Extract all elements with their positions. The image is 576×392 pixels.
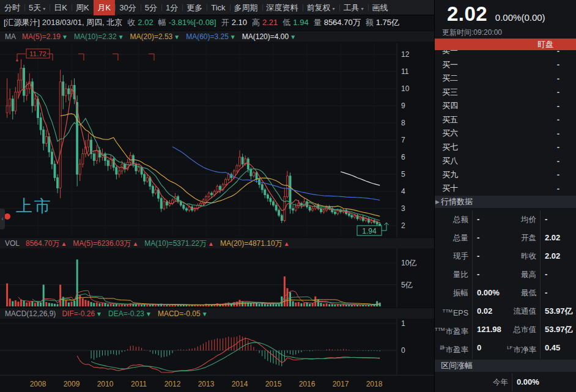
stats-label: 昨收	[506, 247, 541, 265]
order-row[interactable]: 买三-	[435, 86, 576, 100]
stats-row: TTMEPS0.02流通值53.97亿	[435, 302, 576, 320]
stats-label: 开盘	[506, 229, 541, 247]
stats-value: -	[541, 210, 576, 229]
order-book: 卖一-买一-买二-买三-买四-买五-买六-买七-买八-买九-买十-	[435, 44, 576, 196]
range-change-header[interactable]: 区间涨幅	[435, 360, 576, 372]
order-row[interactable]: 买一-	[435, 58, 576, 72]
svg-text:7: 7	[401, 136, 405, 144]
stats-label: LF市净率	[506, 339, 541, 359]
order-level-value: -	[557, 115, 559, 124]
stats-value: -	[473, 247, 506, 265]
svg-text:10: 10	[401, 84, 410, 93]
svg-text:8: 8	[401, 119, 405, 127]
svg-text:12: 12	[401, 50, 410, 59]
order-level-value: -	[557, 129, 559, 138]
indicator-value: DEA=-0.23	[108, 309, 144, 318]
order-level-value: -	[557, 184, 559, 193]
stats-label: 流通值	[506, 302, 541, 322]
stats-value: 53.97亿	[541, 302, 576, 322]
year-label: 2010	[97, 380, 114, 388]
arrow-down-icon: ▼	[96, 311, 102, 317]
stats-value: 0.00%	[473, 284, 506, 302]
stats-value: 2.02	[541, 247, 576, 265]
svg-text:1: 1	[401, 319, 405, 328]
range-row: 今年0.00%	[435, 373, 576, 391]
stats-label: 最高	[506, 265, 541, 284]
order-row[interactable]: 买五-	[435, 113, 576, 127]
order-row[interactable]: 买十-	[435, 182, 576, 196]
svg-text:4: 4	[401, 187, 405, 196]
year-label: 2013	[198, 380, 215, 388]
stats-label-sup: LF	[507, 345, 512, 350]
stats-label: 总额	[435, 210, 473, 229]
year-label: 2014	[232, 380, 248, 388]
order-level-label: 买五	[442, 114, 458, 125]
collapse-left-panel-handle[interactable]: ‹	[0, 209, 5, 229]
svg-text:5亿: 5亿	[401, 281, 413, 289]
arrow-down-icon: ▼	[202, 311, 208, 317]
svg-text:6: 6	[401, 153, 405, 161]
price-row: 2.02 0.00%(0.00)	[435, 0, 576, 26]
stats-value: -	[473, 265, 506, 284]
order-level-value: -	[557, 74, 559, 83]
order-level-value: -	[557, 142, 559, 152]
range-value: 0.00%	[512, 373, 576, 391]
indicator-value: MACD=-0.05	[158, 309, 201, 318]
x-axis-years: 2008200920102011201220132014201520162017…	[0, 375, 434, 392]
order-row[interactable]: 买二-	[435, 72, 576, 86]
stats-row: 现手-昨收2.02	[435, 247, 576, 265]
stats-value: -	[473, 229, 506, 247]
order-level-label: 买十	[442, 183, 458, 194]
svg-text:10亿: 10亿	[401, 259, 416, 267]
order-row[interactable]: 买六-	[435, 127, 576, 141]
stock-chart-app: 分时5天▾日K周K月K30分5分1分更多Tick多周期深度资料前复权▾工具▾画线…	[0, 0, 576, 392]
svg-text:5: 5	[401, 170, 405, 179]
order-row[interactable]: 买八-	[435, 154, 576, 168]
stats-label: 静市盈率	[435, 339, 473, 359]
update-time: 更新时间:09:20:00	[435, 28, 576, 38]
indicator-name: VOL	[5, 239, 20, 248]
order-row[interactable]: 买九-	[435, 168, 576, 182]
chart-canvas[interactable]: 1211109876543210亿5亿1011.72上市1.94	[0, 0, 434, 392]
indicator-name: MACD(12,26,9)	[5, 309, 56, 318]
year-label: 2011	[131, 380, 147, 388]
year-label: 2018	[366, 380, 383, 388]
arrow-up-icon: ▲	[208, 240, 214, 247]
svg-text:0: 0	[401, 346, 405, 355]
year-label: 2012	[164, 380, 181, 388]
indicator-value: 8564.70万	[26, 239, 59, 248]
stats-row: 静市盈率0LF市净率0.45	[435, 339, 576, 357]
watch-panel-banner[interactable]: 盯盘	[435, 39, 576, 50]
stats-label: TTM市盈率	[435, 320, 473, 341]
stats-row: 振幅0.00%最低-	[435, 284, 576, 302]
arrow-up-icon: ▲	[61, 240, 67, 247]
indicator-value: DIF=-0.26	[62, 309, 95, 318]
year-label: 2015	[265, 380, 282, 388]
stats-value: 0	[473, 339, 506, 359]
stats-row: 总额-均价-	[435, 210, 576, 229]
order-level-label: 买九	[442, 169, 458, 180]
stats-row: 总量-开盘2.02	[435, 229, 576, 247]
order-row[interactable]: 买七-	[435, 141, 576, 155]
svg-text:1.94: 1.94	[362, 227, 377, 235]
stats-value: 0.45	[541, 339, 576, 359]
chart-area: 分时5天▾日K周K月K30分5分1分更多Tick多周期深度资料前复权▾工具▾画线…	[0, 0, 434, 392]
order-level-label: 买六	[442, 128, 458, 139]
order-level-label: 买八	[442, 155, 458, 166]
stats-value: -	[541, 284, 576, 302]
order-row[interactable]: 买四-	[435, 99, 576, 113]
order-level-label: 买二	[442, 73, 458, 84]
range-label: 今年	[435, 373, 512, 391]
order-level-label: 买一	[442, 59, 458, 70]
stats-label: 振幅	[435, 284, 473, 302]
quote-data-header[interactable]: ▶ 行情数据	[435, 196, 576, 208]
svg-text:3: 3	[401, 204, 405, 213]
quote-data-title: 行情数据	[441, 197, 473, 206]
svg-text:11.72: 11.72	[29, 50, 46, 57]
price-change: 0.00%(0.00)	[495, 12, 545, 23]
stats-value: 0.02	[473, 302, 506, 322]
last-price: 2.02	[447, 2, 487, 25]
order-level-value: -	[557, 102, 559, 111]
stats-label-sup: 静	[440, 345, 445, 350]
stats-label: TTMEPS	[435, 302, 473, 322]
